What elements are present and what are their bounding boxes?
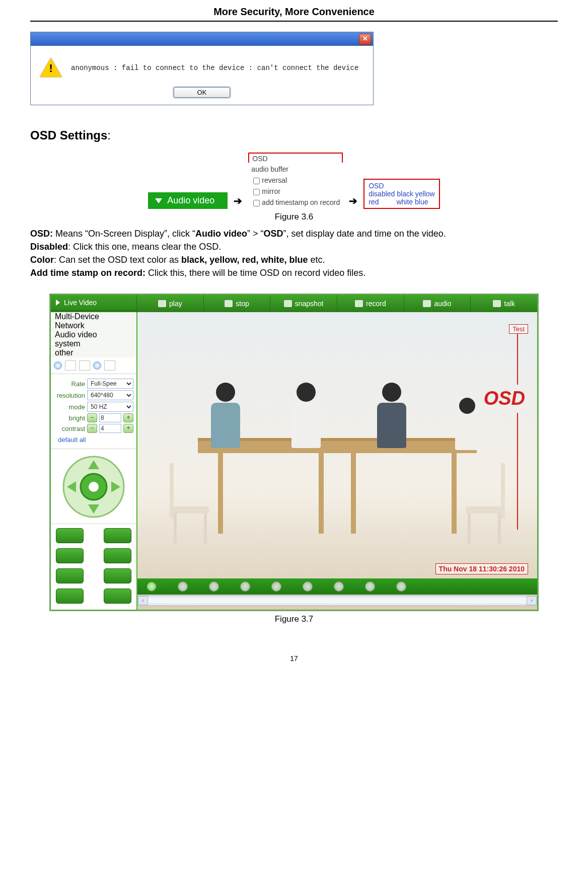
talk-button[interactable]: talk [470,295,537,312]
top-toolbar: Live Video play stop snapshot record aud… [51,295,537,312]
bright-plus[interactable]: + [123,413,133,422]
sidebar-item-live-video[interactable]: Live Video [51,295,136,311]
video-params: RateFull-Spee resolution640*480 mode50 H… [51,374,136,449]
camera-icon [284,300,292,307]
arrow-right-icon: ➔ [232,195,244,209]
channel-2[interactable] [178,581,188,592]
channel-7[interactable] [334,581,344,592]
default-all-link[interactable]: default all [58,436,133,444]
chevron-right-icon [51,322,55,328]
stop-icon [225,300,233,307]
ptz-control[interactable] [51,449,136,524]
audio-video-button[interactable]: Audio video [148,192,228,209]
channel-4[interactable] [240,581,250,592]
header-rule [30,21,558,22]
para-color: Color: Can set the OSD text color as bla… [30,253,558,266]
aux-button-2[interactable] [104,528,131,543]
resolution-label: resolution [54,392,85,399]
layout-single[interactable] [54,361,62,370]
osd-timestamp: Thu Nov 18 11:30:26 2010 [435,563,528,574]
stop-button[interactable]: stop [203,295,270,312]
submenu-timestamp[interactable]: add timestamp on record [251,197,340,208]
para-timestamp: Add time stamp on record: Click this, th… [30,266,558,279]
aux-button-5[interactable] [56,568,84,583]
bright-minus[interactable]: − [87,413,97,422]
channel-3[interactable] [209,581,219,592]
video-area: Test OSD Thu Nov 18 11:30:26 2010 [137,312,537,610]
aux-button-6[interactable] [104,568,131,583]
view-layout-row [51,357,136,374]
channel-5[interactable] [271,581,281,592]
chevron-right-icon [51,349,55,355]
close-icon[interactable]: ✕ [359,34,371,45]
osd-annotation: OSD [484,388,525,409]
sidebar-item-multi-device[interactable]: Multi-Device [51,312,136,321]
channel-9[interactable] [396,581,406,592]
aux-button-7[interactable] [56,589,84,604]
page-header: More Security, More Convenience [30,0,558,21]
record-icon [355,300,363,307]
layout-radio[interactable] [93,361,101,370]
contrast-plus[interactable]: + [123,424,133,433]
channel-6[interactable] [303,581,313,592]
scroll-left-icon[interactable]: ‹ [138,596,148,605]
svg-point-2 [89,482,99,492]
camera-web-ui: Live Video play stop snapshot record aud… [49,294,539,611]
aux-button-1[interactable] [56,528,84,543]
ok-button[interactable]: OK [174,87,230,98]
sidebar-item-audio-video[interactable]: Audio video [51,330,136,339]
layout-2x2[interactable] [79,360,90,371]
play-icon [158,300,166,307]
record-button[interactable]: record [337,295,404,312]
ptz-dpad-icon [61,454,126,520]
channel-8[interactable] [365,581,375,592]
sidebar-item-network[interactable]: Network [51,321,136,330]
contrast-minus[interactable]: − [87,424,97,433]
scroll-right-icon[interactable]: › [527,596,537,605]
layout-3x3[interactable] [104,360,115,371]
submenu-reversal[interactable]: reversal [251,175,340,186]
submenu-osd[interactable]: OSD [248,153,343,163]
rate-label: Rate [54,380,85,388]
mode-select[interactable]: 50 HZ [87,402,133,412]
submenu-audio-buffer[interactable]: audio buffer [251,164,340,175]
snapshot-button[interactable]: snapshot [270,295,337,312]
para-osd: OSD: Means “On-Screen Display”, click “A… [30,227,558,240]
audio-video-submenu: OSD audio buffer reversal mirror add tim… [248,153,343,209]
chevron-right-icon [51,331,55,337]
warning-icon: ! [40,57,62,79]
aux-button-grid [51,524,136,610]
osd-test-badge: Test [509,324,528,334]
aux-button-8[interactable] [104,589,131,604]
submenu-mirror[interactable]: mirror [251,186,340,197]
figure-3-6-caption: Figure 3.6 [30,212,558,222]
audio-button[interactable]: audio [404,295,471,312]
rate-select[interactable]: Full-Spee [87,379,133,389]
bright-label: bright [54,414,85,422]
sidebar-item-other[interactable]: other [51,348,136,357]
sidebar-item-system[interactable]: system [51,339,136,348]
layout-1x1[interactable] [65,360,76,371]
chevron-down-icon [155,198,162,203]
chevron-right-icon [51,313,55,319]
channel-1[interactable] [146,581,157,592]
resolution-select[interactable]: 640*480 [87,390,133,400]
aux-button-3[interactable] [56,548,84,563]
osd-color-popup[interactable]: OSD disabled black yellow red white blue [363,179,440,209]
chevron-right-icon [51,340,55,346]
error-dialog: ✕ ! anonymous : fail to connect to the d… [30,32,374,105]
dialog-titlebar: ✕ [31,32,373,46]
left-panel: Multi-Device Network Audio video system … [51,312,137,610]
figure-3-6: Audio video ➔ OSD audio buffer reversal … [30,153,558,209]
headphones-icon [423,300,431,307]
contrast-label: contrast [54,425,85,432]
play-button[interactable]: play [136,295,203,312]
bright-input[interactable] [99,413,121,422]
contrast-input[interactable] [99,424,121,433]
mic-icon [493,300,501,307]
aux-button-4[interactable] [104,548,131,563]
figure-3-7-caption: Figure 3.7 [30,614,558,624]
arrow-right-icon: ➔ [347,195,359,209]
horizontal-scrollbar[interactable]: ‹ › [137,596,537,606]
para-disabled: Disabled: Click this one, means clear th… [30,240,558,253]
